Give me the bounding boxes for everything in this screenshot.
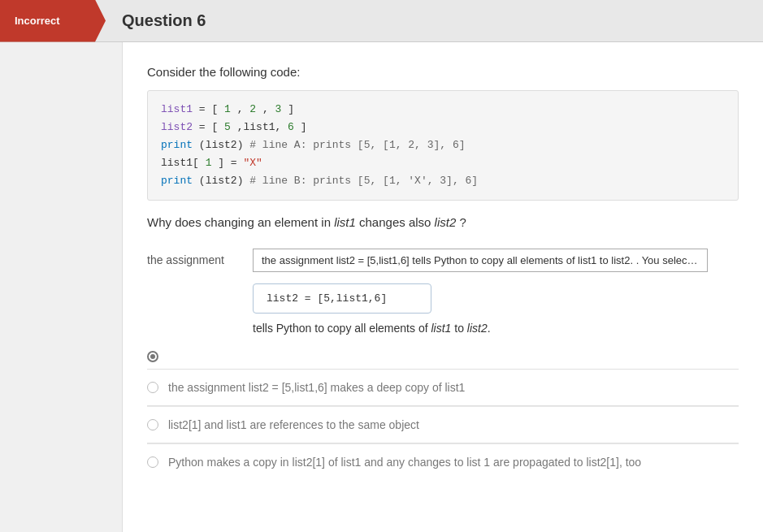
option-row-3[interactable]: Python makes a copy in list2[1] of list1… xyxy=(147,443,739,480)
code-block: list1 = [ 1 , 2 , 3 ] list2 = [ 5 ,list1… xyxy=(147,90,739,201)
selected-radio-row[interactable] xyxy=(147,351,739,362)
option-text-1: the assignment list2 = [5,list1,6] makes… xyxy=(168,381,465,394)
tells-area: tells Python to copy all elements of lis… xyxy=(253,322,739,335)
selected-code-text: list2 = [5,list1,6] xyxy=(267,292,387,305)
content-area: Consider the following code: list1 = [ 1… xyxy=(122,42,763,532)
incorrect-label: Incorrect xyxy=(15,15,60,27)
selected-answer-code: list2 = [5,list1,6] xyxy=(253,283,431,314)
code-line-3: print (list2) # line A: prints [5, [1, 2… xyxy=(161,136,725,154)
option-text-2: list2[1] and list1 are references to the… xyxy=(168,418,419,431)
page-wrapper: Incorrect Question 6 Consider the follow… xyxy=(0,0,763,532)
list1-italic: list1 xyxy=(334,215,356,229)
answer-section: the assignment the assignment list2 = [5… xyxy=(147,249,739,335)
list2-italic: list2 xyxy=(435,215,457,229)
option-text-3: Python makes a copy in list2[1] of list1… xyxy=(168,456,641,469)
code-line-1: list1 = [ 1 , 2 , 3 ] xyxy=(161,101,725,119)
header-bar: Incorrect Question 6 xyxy=(0,0,763,42)
tells-text: tells Python to copy all elements of lis… xyxy=(253,322,491,335)
code-line-4: list1[ 1 ] = "X" xyxy=(161,154,725,172)
options-container: the assignment list2 = [5,list1,6] makes… xyxy=(147,369,739,480)
option-row-1[interactable]: the assignment list2 = [5,list1,6] makes… xyxy=(147,370,739,405)
answer-label: the assignment xyxy=(147,249,253,266)
incorrect-badge: Incorrect xyxy=(0,0,106,42)
tooltip-text: the assignment list2 = [5,list1,6] tells… xyxy=(262,254,708,266)
radio-option-1[interactable] xyxy=(147,382,158,393)
question-title: Question 6 xyxy=(106,11,206,30)
selected-answer-area: list2 = [5,list1,6] xyxy=(253,277,739,314)
selected-radio-circle xyxy=(147,351,158,362)
radio-option-2[interactable] xyxy=(147,419,158,430)
tooltip-box: the assignment list2 = [5,list1,6] tells… xyxy=(253,249,708,272)
option-row-2[interactable]: list2[1] and list1 are references to the… xyxy=(147,406,739,443)
question-paragraph: Why does changing an element in list1 ch… xyxy=(147,215,739,229)
radio-option-3[interactable] xyxy=(147,456,158,468)
list2-ref: list2 xyxy=(467,322,488,335)
answer-row: the assignment the assignment list2 = [5… xyxy=(147,249,739,272)
code-line-2: list2 = [ 5 ,list1, 6 ] xyxy=(161,119,725,136)
consider-text: Consider the following code: xyxy=(147,65,739,79)
list1-ref: list1 xyxy=(431,322,451,335)
code-line-5: print (list2) # line B: prints [5, [1, '… xyxy=(161,172,725,190)
